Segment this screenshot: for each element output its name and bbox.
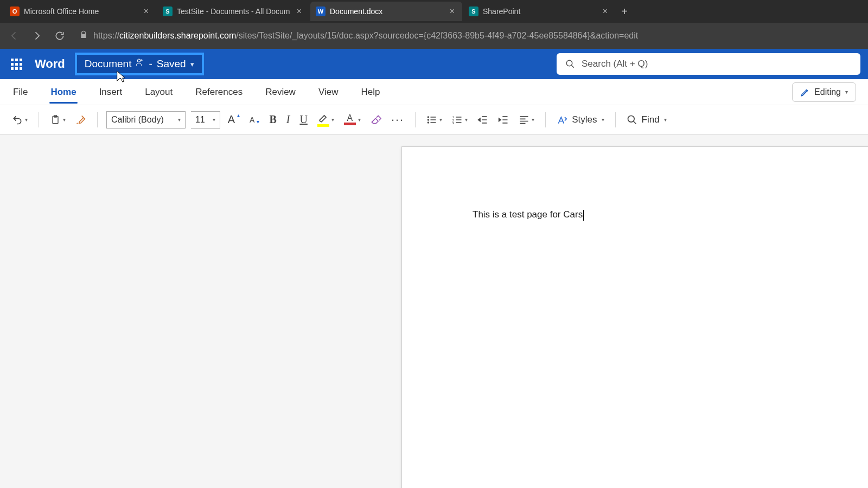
font-family-select[interactable]: Calibri (Body) ▾: [106, 111, 186, 129]
url-text: https://citizenbuilders.sharepoint.com/s…: [93, 31, 638, 41]
chevron-down-icon: ▾: [63, 117, 66, 123]
word-header-bar: Word Document - Saved ▾ Search (Alt + Q): [0, 49, 868, 79]
tab-title: SharePoint: [483, 7, 596, 16]
ribbon-tab-file[interactable]: File: [12, 81, 29, 103]
reload-icon: [54, 30, 65, 41]
eraser-icon: [371, 114, 381, 125]
outdent-icon: [477, 114, 488, 125]
numbered-list-icon: 123: [452, 114, 463, 125]
format-painter-button[interactable]: [73, 112, 88, 127]
search-input[interactable]: Search (Alt + Q): [557, 53, 860, 75]
bullet-list-icon: [426, 114, 437, 125]
font-color-button[interactable]: A ▾: [342, 112, 363, 127]
favicon-icon: S: [163, 7, 173, 16]
decrease-indent-button[interactable]: [475, 112, 490, 127]
browser-tab-strip: O Microsoft Office Home × S TestSite - D…: [0, 0, 868, 23]
text-cursor-icon: [583, 210, 584, 221]
favicon-icon: S: [469, 7, 478, 16]
ribbon-tab-insert[interactable]: Insert: [98, 81, 124, 103]
indent-icon: [498, 114, 509, 125]
tab-close-icon[interactable]: ×: [295, 7, 304, 16]
document-canvas[interactable]: This is a test page for Cars: [0, 134, 868, 488]
lock-icon: [79, 30, 88, 41]
chevron-down-icon: ▾: [178, 117, 181, 123]
browser-tab[interactable]: O Microsoft Office Home ×: [4, 2, 156, 21]
align-left-icon: [519, 114, 529, 125]
forward-button[interactable]: [29, 28, 44, 43]
tab-close-icon[interactable]: ×: [142, 7, 151, 16]
grow-font-button[interactable]: A▴: [226, 111, 242, 128]
find-button[interactable]: Find ▾: [624, 112, 669, 127]
editing-mode-button[interactable]: Editing ▾: [792, 82, 856, 102]
chevron-down-icon: ▾: [190, 60, 194, 68]
arrow-right-icon: [31, 30, 42, 41]
svg-point-0: [138, 59, 141, 62]
pencil-icon: [800, 87, 810, 97]
styles-button[interactable]: Styles ▾: [554, 112, 606, 127]
tab-close-icon[interactable]: ×: [601, 7, 610, 16]
document-body-text[interactable]: This is a test page for Cars: [473, 209, 583, 220]
svg-point-4: [427, 116, 429, 118]
new-tab-button[interactable]: +: [616, 3, 633, 20]
browser-tab[interactable]: S SharePoint ×: [463, 2, 615, 21]
ribbon-toolbar: ▾ ▾ Calibri (Body) ▾ 11 ▾ A▴ A▾ B I U ▾ …: [0, 105, 868, 134]
save-status-separator: -: [149, 58, 152, 70]
paste-button[interactable]: ▾: [48, 112, 68, 127]
align-button[interactable]: ▾: [516, 112, 537, 127]
tab-close-icon[interactable]: ×: [448, 7, 457, 16]
clipboard-icon: [50, 114, 61, 125]
document-name: Document: [85, 58, 132, 70]
arrow-left-icon: [9, 30, 20, 41]
reload-button[interactable]: [52, 28, 67, 43]
ribbon-tab-view[interactable]: View: [317, 81, 340, 103]
ribbon-tab-review[interactable]: Review: [264, 81, 297, 103]
browser-toolbar: https://citizenbuilders.sharepoint.com/s…: [0, 23, 868, 49]
favicon-icon: W: [316, 7, 326, 16]
chevron-down-icon: ▾: [358, 117, 361, 123]
tab-title: Microsoft Office Home: [24, 7, 137, 16]
ribbon-tab-layout[interactable]: Layout: [144, 81, 174, 103]
app-launcher-button[interactable]: [8, 55, 25, 73]
ribbon-tab-home[interactable]: Home: [49, 81, 77, 103]
undo-icon: [12, 114, 23, 125]
highlight-swatch: [317, 124, 329, 127]
more-formatting-button[interactable]: ···: [389, 111, 406, 129]
chevron-down-icon: ▾: [845, 89, 848, 95]
back-button[interactable]: [7, 28, 22, 43]
svg-point-6: [427, 121, 429, 123]
svg-point-10: [628, 115, 634, 122]
chevron-down-icon: ▾: [439, 117, 442, 123]
search-icon: [627, 114, 637, 125]
bold-button[interactable]: B: [267, 111, 278, 128]
svg-text:3: 3: [452, 121, 454, 125]
ribbon-tab-references[interactable]: References: [194, 81, 244, 103]
increase-indent-button[interactable]: [496, 112, 511, 127]
styles-icon: [557, 114, 567, 125]
font-size-select[interactable]: 11 ▾: [191, 111, 220, 129]
ribbon-tab-help[interactable]: Help: [360, 81, 381, 103]
highlighter-icon: [318, 113, 329, 124]
chevron-down-icon: ▾: [213, 117, 215, 123]
paintbrush-icon: [75, 114, 86, 125]
browser-tab[interactable]: S TestSite - Documents - All Docum ×: [157, 2, 309, 21]
underline-button[interactable]: U: [297, 111, 309, 128]
browser-tab-active[interactable]: W Document.docx ×: [310, 2, 462, 21]
tab-title: TestSite - Documents - All Docum: [177, 7, 290, 16]
bullets-button[interactable]: ▾: [424, 112, 444, 127]
address-bar[interactable]: https://citizenbuilders.sharepoint.com/s…: [75, 30, 861, 41]
italic-button[interactable]: I: [284, 111, 292, 128]
clear-formatting-button[interactable]: [368, 112, 384, 127]
search-icon: [565, 59, 575, 69]
word-brand-label: Word: [35, 57, 65, 71]
chevron-down-icon: ▾: [25, 117, 28, 123]
chevron-down-icon: ▾: [532, 117, 534, 123]
favicon-icon: O: [10, 7, 20, 16]
shrink-font-button[interactable]: A▾: [247, 113, 261, 126]
numbering-button[interactable]: 123 ▾: [450, 112, 470, 127]
document-title-button[interactable]: Document - Saved ▾: [75, 53, 204, 75]
search-placeholder: Search (Alt + Q): [582, 59, 648, 69]
document-page[interactable]: This is a test page for Cars: [401, 146, 868, 488]
undo-button[interactable]: ▾: [10, 112, 30, 127]
chevron-down-icon: ▾: [664, 117, 667, 123]
highlight-color-button[interactable]: ▾: [315, 111, 336, 129]
